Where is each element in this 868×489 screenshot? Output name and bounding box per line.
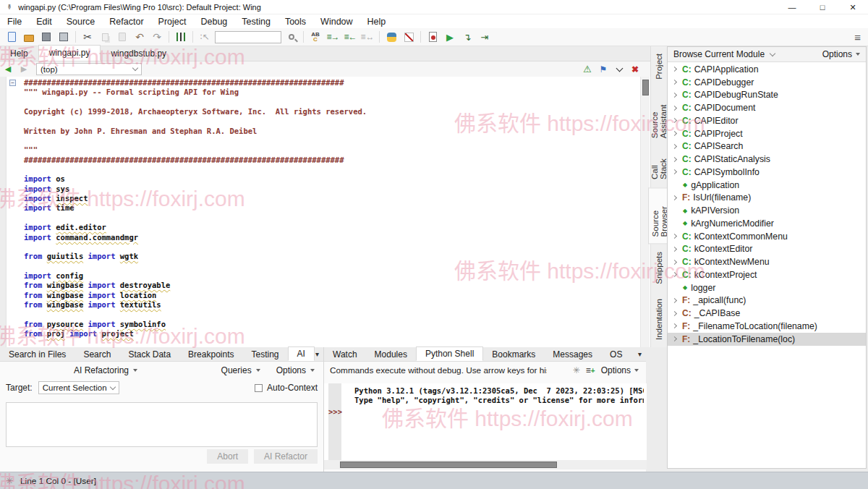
tree-item-kcontextproject[interactable]: C:kContextProject — [668, 268, 866, 281]
code-line[interactable]: import time — [24, 203, 367, 213]
code-line[interactable]: import os — [24, 174, 367, 184]
code-line[interactable]: from pysource import symbolinfo — [24, 320, 367, 329]
ai-options-menu[interactable]: Options — [273, 364, 318, 377]
scope-dropdown[interactable]: (top) — [36, 63, 142, 75]
tab-ai[interactable]: AI — [288, 346, 315, 361]
auto-context-checkbox[interactable] — [255, 384, 263, 392]
tree-item-filenametolocation-filename[interactable]: F:_FilenameToLocation(filename) — [668, 320, 866, 333]
tab-bookmarks[interactable]: Bookmarks — [483, 348, 544, 361]
code-line[interactable] — [24, 98, 367, 107]
minimize-button[interactable]: — — [777, 0, 807, 14]
indent-guides-button[interactable] — [172, 30, 190, 45]
undo-button[interactable]: ↶ — [131, 30, 148, 45]
collapse-panel-button[interactable] — [611, 68, 627, 71]
code-line[interactable]: from wingbase import destroyable — [24, 281, 367, 290]
code-line[interactable] — [24, 165, 367, 174]
tree-item-kcontextcommonmenu[interactable]: C:kContextCommonMenu — [668, 230, 866, 243]
code-line[interactable] — [24, 116, 367, 126]
tree-item-capidebugger[interactable]: C:CAPIDebugger — [668, 76, 866, 89]
tab-search-in-files[interactable]: Search in Files — [0, 348, 75, 361]
menu-project[interactable]: Project — [151, 15, 194, 28]
shell-options-menu[interactable]: Options — [601, 365, 639, 375]
chevron-right-icon[interactable] — [673, 132, 682, 135]
add-history-icon[interactable]: ≡+ — [586, 365, 595, 375]
tree-item-kcontextnewmenu[interactable]: C:kContextNewMenu — [668, 255, 866, 268]
close-button[interactable]: ✕ — [838, 0, 868, 14]
code-line[interactable]: import sys — [24, 184, 367, 194]
replace-button[interactable]: ABC — [307, 30, 324, 45]
code-line[interactable]: import config — [24, 271, 367, 281]
menu-source[interactable]: Source — [59, 15, 103, 28]
tree-item-capisymbolinfo[interactable]: C:CAPISymbolInfo — [668, 166, 866, 179]
tab-python-shell[interactable]: Python Shell — [416, 346, 483, 361]
warning-icon[interactable]: ⚠ — [579, 64, 595, 75]
code-line[interactable]: from proj import project — [24, 329, 367, 339]
tree-item-kcontexteditor[interactable]: C:kContextEditor — [668, 243, 866, 256]
chevron-right-icon[interactable] — [673, 67, 682, 71]
tree-item-gapplication[interactable]: ◆gApplication — [668, 179, 866, 192]
debug-toggle-icon[interactable]: ✳ — [573, 365, 580, 375]
tree-item-capisearch[interactable]: C:CAPISearch — [668, 140, 866, 153]
save-button[interactable] — [38, 30, 55, 45]
indent-right-button[interactable]: ≡→ — [324, 30, 341, 45]
shell-horizontal-scrollbar[interactable] — [324, 460, 647, 469]
tab-watch[interactable]: Watch — [324, 348, 366, 361]
redo-button[interactable]: ↷ — [148, 30, 166, 45]
code-line[interactable] — [24, 310, 367, 319]
chevron-right-icon[interactable] — [673, 299, 682, 302]
menu-debug[interactable]: Debug — [193, 15, 234, 28]
code-line[interactable]: from guiutils import wgtk — [24, 252, 367, 261]
run-button[interactable]: ▶ — [441, 30, 459, 45]
code-line[interactable] — [24, 242, 367, 252]
code-line[interactable] — [24, 262, 367, 271]
python-shell[interactable]: >>> Python 3.12.1 (tags/v3.12.1:2305ca5,… — [324, 383, 647, 460]
tree-item-capiapplication[interactable]: C:CAPIApplication — [668, 63, 866, 76]
side-tab-snippets[interactable]: Snippets — [652, 245, 665, 291]
side-tab-project[interactable]: Project — [652, 47, 665, 86]
chevron-right-icon[interactable] — [673, 273, 682, 276]
chevron-right-icon[interactable] — [673, 106, 682, 110]
code-line[interactable]: Written by John P. Ehresman and Stephan … — [24, 127, 367, 136]
tab-breakpoints[interactable]: Breakpoints — [179, 348, 242, 361]
tree-item-capieditor[interactable]: C:CAPIEditor — [668, 114, 866, 127]
ai-prompt-input[interactable] — [6, 402, 318, 447]
tab-testing[interactable]: Testing — [242, 348, 287, 361]
fold-marker[interactable]: − — [9, 80, 16, 86]
editor-tab-help[interactable]: Help — [0, 46, 38, 61]
chevron-right-icon[interactable] — [673, 158, 682, 161]
menu-edit[interactable]: Edit — [29, 15, 59, 28]
run-to-cursor-button[interactable]: ⇥ — [476, 30, 493, 45]
chevron-right-icon[interactable] — [673, 312, 682, 315]
chevron-right-icon[interactable] — [673, 119, 682, 122]
tab-os[interactable]: OS — [601, 348, 631, 361]
pin-icon[interactable]: ⚑ — [595, 64, 611, 75]
code-line[interactable]: """ wingapi.py -- Formal scripting API f… — [24, 88, 367, 97]
toolbar-menu-icon[interactable]: ≡ — [854, 31, 861, 43]
back-button[interactable]: ◀ — [0, 64, 16, 74]
code-line[interactable] — [24, 213, 367, 223]
ai-refactoring-menu[interactable]: AI Refactoring — [71, 364, 140, 377]
code-line[interactable]: ########################################… — [24, 78, 367, 88]
debug-file-button[interactable] — [424, 30, 441, 45]
chevron-right-icon[interactable] — [673, 260, 682, 264]
menu-window[interactable]: Window — [313, 15, 359, 28]
chevron-right-icon[interactable] — [673, 247, 682, 251]
tree-item-capibase[interactable]: C:_CAPIBase — [668, 307, 866, 320]
code-line[interactable]: """ — [24, 145, 367, 155]
code-line[interactable]: from wingbase import location — [24, 291, 367, 300]
search-button[interactable] — [283, 30, 300, 45]
save-all-button[interactable] — [55, 30, 72, 45]
browser-options-menu[interactable]: Options — [822, 49, 860, 59]
tab-search[interactable]: Search — [75, 348, 119, 361]
tree-item-isurl-filename[interactable]: F:IsUrl(filename) — [668, 192, 866, 205]
tree-item-capidocument[interactable]: C:CAPIDocument — [668, 101, 866, 114]
tree-item-locationtofilename-loc[interactable]: F:_LocationToFilename(loc) — [668, 333, 866, 346]
tree-item-kapiversion[interactable]: ◆kAPIVersion — [668, 204, 866, 217]
python-environment-button[interactable] — [383, 30, 400, 45]
tab-modules[interactable]: Modules — [366, 348, 416, 361]
code-line[interactable]: from wingbase import textutils — [24, 300, 367, 310]
chevron-right-icon[interactable] — [673, 145, 682, 148]
menu-file[interactable]: File — [0, 15, 29, 28]
tab-messages[interactable]: Messages — [544, 348, 601, 361]
tree-item-capiproject[interactable]: C:CAPIProject — [668, 127, 866, 140]
